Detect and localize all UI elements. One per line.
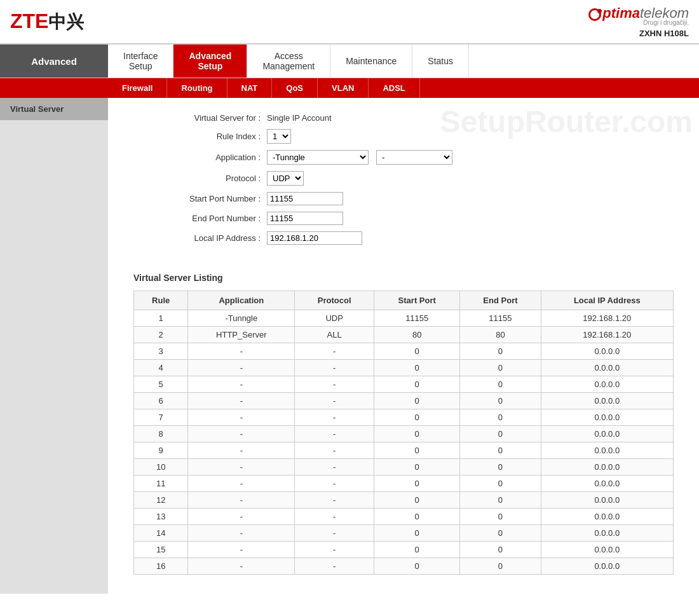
- table-row: 14--000.0.0.0: [134, 525, 674, 542]
- cell-start_port: 0: [374, 343, 460, 360]
- cell-end_port: 0: [460, 442, 541, 459]
- cell-protocol: -: [295, 525, 374, 542]
- tab-advanced-setup[interactable]: Advanced Setup: [173, 44, 247, 78]
- cell-local_ip: 0.0.0.0: [541, 542, 673, 558]
- subnav-nat[interactable]: NAT: [227, 78, 273, 98]
- cell-local_ip: 0.0.0.0: [541, 409, 673, 426]
- cell-local_ip: 0.0.0.0: [541, 492, 673, 509]
- cell-rule: 2: [134, 327, 188, 343]
- cell-local_ip: 0.0.0.0: [541, 558, 673, 575]
- cell-end_port: 80: [460, 327, 541, 343]
- form-row-local-ip: Local IP Address :: [133, 231, 674, 245]
- table-row: 6--000.0.0.0: [134, 393, 674, 409]
- cell-application: -: [188, 459, 295, 476]
- zte-logo: ZTE中兴: [10, 10, 84, 34]
- start-port-input[interactable]: [267, 192, 343, 205]
- table-row: 15--000.0.0.0: [134, 542, 674, 558]
- cell-local_ip: 0.0.0.0: [541, 376, 673, 393]
- col-application: Application: [188, 291, 295, 310]
- subnav-vlan[interactable]: VLAN: [318, 78, 369, 98]
- cell-start_port: 11155: [374, 310, 460, 327]
- tab-status[interactable]: Status: [412, 44, 469, 78]
- cell-application: -: [188, 558, 295, 575]
- application-select2[interactable]: -: [376, 150, 452, 165]
- tab-interface-setup[interactable]: Interface Setup: [108, 44, 173, 78]
- cell-protocol: -: [295, 393, 374, 409]
- cell-end_port: 0: [460, 492, 541, 509]
- cell-local_ip: 0.0.0.0: [541, 509, 673, 525]
- protocol-select[interactable]: UDPTCPALL: [267, 171, 304, 186]
- cell-rule: 14: [134, 525, 188, 542]
- cell-protocol: -: [295, 409, 374, 426]
- sidebar-item-virtual-server[interactable]: Virtual Server: [0, 98, 108, 120]
- optima-red-text: ptima: [602, 5, 640, 22]
- table-row: 13--000.0.0.0: [134, 509, 674, 525]
- cell-rule: 7: [134, 409, 188, 426]
- table-row: 16--000.0.0.0: [134, 558, 674, 575]
- header: ZTE中兴 ptimatelekom Drugi i drugačiji. ZX…: [0, 0, 699, 44]
- local-ip-label: Local IP Address :: [133, 233, 261, 243]
- end-port-label: End Port Number :: [133, 214, 261, 223]
- cell-protocol: -: [295, 376, 374, 393]
- cell-end_port: 0: [460, 409, 541, 426]
- nav-tabs: Interface Setup Advanced Setup Access Ma…: [108, 44, 699, 78]
- cell-start_port: 0: [374, 393, 460, 409]
- cell-application: -: [188, 409, 295, 426]
- cell-start_port: 0: [374, 442, 460, 459]
- header-right: ptimatelekom Drugi i drugačiji. ZXHN H10…: [588, 5, 689, 38]
- table-row: 4--000.0.0.0: [134, 360, 674, 376]
- cell-rule: 6: [134, 393, 188, 409]
- listing-section: Virtual Server Listing Rule Application …: [108, 266, 699, 594]
- cell-local_ip: 0.0.0.0: [541, 442, 673, 459]
- table-row: 9--000.0.0.0: [134, 442, 674, 459]
- main-layout: Virtual Server SetupRouter.com Virtual S…: [0, 98, 699, 594]
- cell-end_port: 11155: [460, 310, 541, 327]
- tab-access-management[interactable]: Access Management: [247, 44, 330, 78]
- protocol-label: Protocol :: [133, 174, 261, 183]
- form-section: SetupRouter.com Virtual Server for : Sin…: [108, 98, 699, 266]
- subnav-qos[interactable]: QoS: [272, 78, 318, 98]
- cell-local_ip: 0.0.0.0: [541, 426, 673, 442]
- table-row: 1-TunngleUDP1115511155192.168.1.20: [134, 310, 674, 327]
- subnav-firewall[interactable]: Firewall: [108, 78, 167, 98]
- virtual-server-for-value: Single IP Account: [267, 113, 332, 123]
- table-row: 11--000.0.0.0: [134, 476, 674, 492]
- cell-application: -: [188, 542, 295, 558]
- tab-maintenance[interactable]: Maintenance: [330, 44, 412, 78]
- local-ip-input[interactable]: [267, 231, 362, 245]
- rule-index-label: Rule Index :: [133, 132, 261, 141]
- content-area: SetupRouter.com Virtual Server for : Sin…: [108, 98, 699, 594]
- cell-end_port: 0: [460, 542, 541, 558]
- listing-title: Virtual Server Listing: [133, 273, 674, 283]
- cell-application: -: [188, 360, 295, 376]
- cell-protocol: -: [295, 476, 374, 492]
- cell-rule: 8: [134, 426, 188, 442]
- cell-protocol: -: [295, 343, 374, 360]
- application-select[interactable]: -Tunngle: [267, 150, 369, 165]
- cell-rule: 4: [134, 360, 188, 376]
- nav-advanced-label: Advanced: [0, 44, 108, 78]
- application-label: Application :: [133, 153, 261, 162]
- cell-end_port: 0: [460, 459, 541, 476]
- col-rule: Rule: [134, 291, 188, 310]
- end-port-input[interactable]: [267, 212, 343, 225]
- cell-rule: 12: [134, 492, 188, 509]
- cell-application: -: [188, 393, 295, 409]
- cell-application: -: [188, 509, 295, 525]
- cell-rule: 3: [134, 343, 188, 360]
- form-row-protocol: Protocol : UDPTCPALL: [133, 171, 674, 186]
- cell-start_port: 0: [374, 376, 460, 393]
- col-local-ip: Local IP Address: [541, 291, 673, 310]
- cell-local_ip: 192.168.1.20: [541, 310, 673, 327]
- rule-index-select[interactable]: 123: [267, 129, 291, 144]
- cell-end_port: 0: [460, 343, 541, 360]
- col-start-port: Start Port: [374, 291, 460, 310]
- subnav-adsl[interactable]: ADSL: [369, 78, 419, 98]
- cell-local_ip: 0.0.0.0: [541, 525, 673, 542]
- col-protocol: Protocol: [295, 291, 374, 310]
- cell-rule: 16: [134, 558, 188, 575]
- cell-start_port: 80: [374, 327, 460, 343]
- subnav-routing[interactable]: Routing: [167, 78, 227, 98]
- cell-end_port: 0: [460, 393, 541, 409]
- cell-protocol: -: [295, 492, 374, 509]
